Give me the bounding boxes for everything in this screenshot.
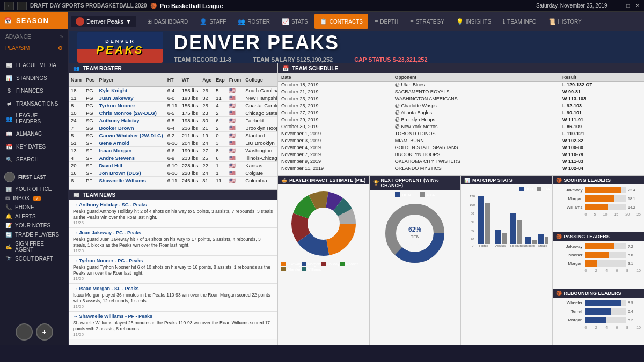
tab-dashboard[interactable]: ⊞ DASHBOARD xyxy=(142,14,193,29)
table-row[interactable]: November 7, 2019 BROOKLYN HOOPS W 110-79 xyxy=(278,151,644,158)
roster-table-scroll[interactable]: Num Pos Player HT WT Age Exp From Colleg xyxy=(69,73,277,183)
cell-player[interactable]: Shawnelle Williams xyxy=(97,177,165,184)
player-link[interactable]: Shawnelle Williams xyxy=(99,178,147,183)
cell-college: Fairfield xyxy=(243,117,277,124)
cell-ht: 6-0 xyxy=(165,94,180,102)
player-link[interactable]: Chris Monroe (2W-DLG) xyxy=(99,110,157,116)
advance-item[interactable]: ADVANCE » xyxy=(0,31,68,42)
profile-button[interactable] xyxy=(16,323,33,341)
season-bar[interactable]: 📅 SEASON xyxy=(0,12,68,29)
table-row[interactable]: 4 SF Andre Stevens 6-9 233 lbs 25 6 🇺🇸 I… xyxy=(69,154,277,162)
player-link[interactable]: Juan Jakeway xyxy=(99,95,134,101)
player-link[interactable]: Garvin Whitaker (2W-DLG) xyxy=(99,132,163,138)
player-link[interactable]: Kyle Knight xyxy=(99,87,128,93)
table-row[interactable]: 8 PG Tyrhon Nooner 5-11 155 lbs 25 4 🇺🇸 … xyxy=(69,102,277,109)
sidebar-item-inbox[interactable]: ✉ INBOX 7 xyxy=(4,194,64,203)
table-row[interactable]: 7 SG Booker Brown 6-4 216 lbs 21 2 🇺🇸 Br… xyxy=(69,124,277,132)
table-row[interactable]: 10 PG Chris Monroe (2W-DLG) 6-5 175 lbs … xyxy=(69,109,277,117)
cell-player[interactable]: Juan Jakeway xyxy=(97,94,165,102)
sidebar-item-alerts[interactable]: 🔔 ALERTS xyxy=(4,212,64,221)
table-row[interactable]: October 29, 2019 @ Brooklyn Hoops W 111-… xyxy=(278,116,644,123)
sidebar-item-trade-players[interactable]: 🔄 TRADE PLAYERS xyxy=(4,230,64,239)
table-row[interactable]: October 27, 2019 @ Atlanta Eagles L 90-1… xyxy=(278,109,644,116)
tab-contracts[interactable]: 📋 CONTRACTS xyxy=(314,14,368,29)
tab-history[interactable]: 📜 HISTORY xyxy=(543,14,587,29)
table-row[interactable]: October 18, 2019 @ Utah Blues L 129-132 … xyxy=(278,82,644,88)
sidebar-item-finances[interactable]: $ FINANCES xyxy=(0,84,68,97)
cell-player[interactable]: Gene Arnold xyxy=(97,139,165,147)
table-row[interactable]: 20 SF David Hill 6-10 228 lbs 22 1 🇺🇸 Ka… xyxy=(69,162,277,169)
add-user-button[interactable]: + xyxy=(36,323,53,341)
tab-stats[interactable]: 📈 STATS xyxy=(276,14,313,29)
tab-depth[interactable]: ≡ DEPTH xyxy=(369,14,404,29)
sidebar-item-search[interactable]: 🔍 SEARCH xyxy=(0,153,68,166)
back-button[interactable]: ← xyxy=(4,2,14,10)
team-selector[interactable]: Denver Peaks ▼ xyxy=(71,16,136,27)
player-link[interactable]: Anthony Haliday xyxy=(99,117,140,123)
tab-roster[interactable]: 👥 ROSTER xyxy=(232,14,275,29)
forward-button[interactable]: → xyxy=(17,2,27,10)
table-row[interactable]: November 9, 2019 OKLAHOMA CITY TWISTERS … xyxy=(278,158,644,165)
sidebar-item-your-notes[interactable]: 📝 YOUR NOTES xyxy=(4,221,64,230)
player-link[interactable]: Jon Brown (DLG) xyxy=(99,170,141,176)
table-row[interactable]: October 30, 2019 @ New York Metros L 86-… xyxy=(278,123,644,130)
cell-player[interactable]: Anthony Haliday xyxy=(97,117,165,124)
player-link[interactable]: Gene Arnold xyxy=(99,140,130,146)
table-row[interactable]: November 13, 2019 @ Portland Pioneers L … xyxy=(278,172,644,173)
player-link[interactable]: Isaac Morgan xyxy=(99,147,132,153)
table-row[interactable]: 51 SF Gene Arnold 6-10 204 lbs 24 3 🇺🇸 L… xyxy=(69,139,277,147)
maximize-button[interactable]: □ xyxy=(626,3,630,9)
cell-player[interactable]: Jon Brown (DLG) xyxy=(97,169,165,177)
sidebar-item-almanac[interactable]: 📖 ALMANAC xyxy=(0,127,68,140)
sidebar-item-standings[interactable]: 📊 STANDINGS xyxy=(0,71,68,84)
table-row[interactable]: November 4, 2019 GOLDEN STATE SPARTANS W… xyxy=(278,144,644,151)
sidebar-item-your-office[interactable]: 🏢 YOUR OFFICE xyxy=(4,184,64,194)
table-row[interactable]: 11 PG Juan Jakeway 6-0 193 lbs 32 11 🇺🇸 … xyxy=(69,94,277,102)
list-item[interactable]: → Juan Jakeway - PG - Peaks Peaks guard … xyxy=(69,228,277,256)
table-row[interactable]: 5 SG Garvin Whitaker (2W-DLG) 6-2 211 lb… xyxy=(69,132,277,139)
list-item[interactable]: → Anthony Holiday - SG - Peaks Peaks gua… xyxy=(69,200,277,228)
playsim-item[interactable]: PLAY/SIM ⚙ xyxy=(0,42,68,54)
table-row[interactable]: October 21, 2019 SACRAMENTO ROYALS W 99-… xyxy=(278,88,644,95)
cell-player[interactable]: Isaac Morgan xyxy=(97,147,165,154)
table-row[interactable]: 6 PF Shawnelle Williams 6-11 246 lbs 31 … xyxy=(69,177,277,184)
player-link[interactable]: Andre Stevens xyxy=(99,155,135,161)
list-item[interactable]: → Tyrhon Nooner - PG - Peaks Peaks guard… xyxy=(69,256,277,284)
cell-player[interactable]: Tyrhon Nooner xyxy=(97,102,165,109)
sidebar-item-phone[interactable]: 📞 PHONE xyxy=(4,203,64,212)
table-row[interactable]: 24 SG Anthony Haliday 6-5 198 lbs 30 6 🇺… xyxy=(69,117,277,124)
sidebar-item-transactions[interactable]: ⇄ TRANSACTIONS xyxy=(0,97,68,110)
table-row[interactable]: October 23, 2019 WASHINGTON AMERICANS W … xyxy=(278,95,644,102)
table-row[interactable]: November 11, 2019 ORLANDO MYSTICS W 102-… xyxy=(278,165,644,172)
list-item[interactable]: → Shawnelle Williams - PF - Peaks Shawne… xyxy=(69,312,277,339)
cell-player[interactable]: Booker Brown xyxy=(97,124,165,132)
tab-staff[interactable]: 👤 STAFF xyxy=(194,14,231,29)
cell-player[interactable]: David Hill xyxy=(97,162,165,169)
close-button[interactable]: ✕ xyxy=(635,3,640,9)
schedule-scroll[interactable]: Date Opponent Result October 18, 2019 @ … xyxy=(278,73,644,173)
table-row[interactable]: October 25, 2019 @ Charlotte Wasps L 92-… xyxy=(278,102,644,109)
player-link[interactable]: David Hill xyxy=(99,162,122,168)
list-item[interactable]: → Isaac Morgan - SF - Peaks Isaac Morgan… xyxy=(69,284,277,312)
cell-player[interactable]: Kyle Knight xyxy=(97,87,165,94)
table-row[interactable]: 18 PG Kyle Knight 6-4 155 lbs 26 5 🇺🇸 So… xyxy=(69,87,277,94)
tab-strategy[interactable]: ≡ STRATEGY xyxy=(405,14,450,29)
player-link[interactable]: Tyrhon Nooner xyxy=(99,102,135,108)
tab-team-info[interactable]: ℹ TEAM INFO xyxy=(497,14,541,29)
player-link[interactable]: Booker Brown xyxy=(99,125,134,131)
sidebar-item-scout-draft[interactable]: 🔭 SCOUT DRAFT xyxy=(4,254,64,263)
sidebar-item-key-dates[interactable]: 📅 KEY DATES xyxy=(0,140,68,153)
table-row[interactable]: 13 SF Isaac Morgan 6-6 199 lbs 27 8 🇺🇸 W… xyxy=(69,147,277,154)
sidebar-item-sign-free-agent[interactable]: ✍ SIGN FREE AGENT xyxy=(4,239,64,254)
sidebar-item-league-leaders[interactable]: 👥 LEAGUE LEADERS xyxy=(0,110,68,127)
sidebar-item-league-media[interactable]: 📰 LEAGUE MEDIA xyxy=(0,58,68,71)
cell-player[interactable]: Chris Monroe (2W-DLG) xyxy=(97,109,165,117)
table-row[interactable]: November 3, 2019 MIAMI BURN W 102-82 xyxy=(278,137,644,144)
minimize-button[interactable]: — xyxy=(615,3,620,9)
news-date: 11/25 xyxy=(73,220,273,225)
table-row[interactable]: November 1, 2019 TORONTO DINOS L 110-121 xyxy=(278,130,644,137)
cell-player[interactable]: Garvin Whitaker (2W-DLG) xyxy=(97,132,165,139)
tab-insights[interactable]: 💡 INSIGHTS xyxy=(451,14,496,29)
table-row[interactable]: 16 SF Jon Brown (DLG) 6-10 228 lbs 24 1 … xyxy=(69,169,277,177)
cell-player[interactable]: Andre Stevens xyxy=(97,154,165,162)
